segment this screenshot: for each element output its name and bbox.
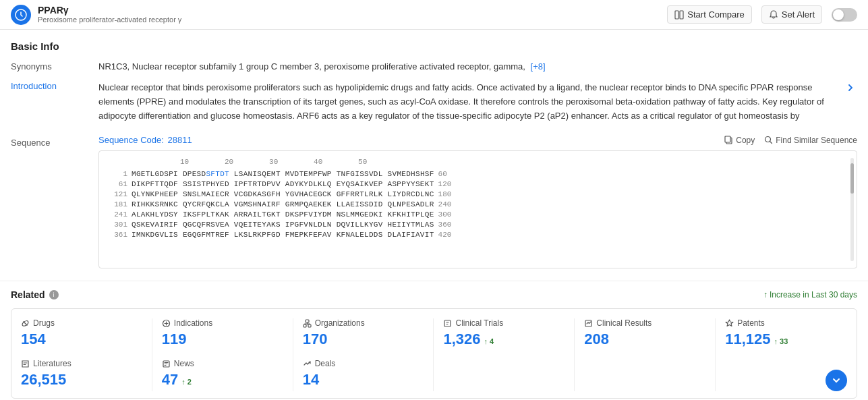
related-item-patents[interactable]: Patents 11,125 ↑ 33 (716, 318, 857, 355)
seq-line-4: 181 RIHKKSRNKC QYCRFQKCLA VGMSHNAIRF GRM… (106, 200, 843, 208)
deals-label: Deals (315, 359, 336, 368)
lit-label-row: Literatures (21, 359, 142, 368)
results-count: 208 (584, 331, 705, 348)
deals-count: 14 (303, 371, 424, 389)
svg-rect-11 (308, 324, 311, 327)
related-item-clinical-trials[interactable]: Clinical Trials 1,326 ↑ 4 (434, 318, 575, 355)
increase-label: ↑ Increase in Last 30 days (763, 290, 857, 299)
header: PPARγ Peroxisome proliferator-activated … (0, 0, 868, 30)
svg-rect-13 (585, 320, 591, 326)
trials-label: Clinical Trials (455, 318, 503, 328)
scroll-down-button[interactable] (826, 370, 847, 391)
indication-icon (162, 319, 171, 328)
seq-num: 301 (106, 221, 132, 229)
alert-icon (769, 10, 778, 20)
synonyms-label: Synonyms (11, 61, 98, 72)
lit-label: Literatures (33, 359, 71, 368)
seq-end: 60 (438, 170, 447, 178)
seq-end: 180 (438, 190, 452, 198)
seq-line-3: 121 QLYNKPHEEP SNSLMAIECR VCGDKASGFH YGV… (106, 190, 843, 198)
synonyms-more-link[interactable]: [+8] (531, 61, 546, 72)
results-label: Clinical Results (596, 318, 652, 328)
organizations-label: Organizations (315, 318, 365, 328)
section-title: Basic Info (11, 40, 857, 52)
seq-line-1: 1 MGETLGDSPI DPESDSFTDT LSANISQEMT MVDTE… (106, 170, 843, 178)
drug-icon (21, 319, 30, 328)
sequence-box: 10 20 30 40 50 1 MGETLGDSPI DPESDSFTDT L… (98, 150, 857, 268)
search-circle-icon (764, 136, 773, 144)
svg-rect-2 (680, 11, 683, 19)
intro-text: Nuclear receptor that binds peroxisome p… (98, 82, 824, 125)
drugs-label: Drugs (33, 318, 55, 328)
seq-data: RIHKKSRNKC QYCRFQKCLA VGMSHNAIRF GRMPQAE… (132, 200, 434, 208)
related-header: Related i ↑ Increase in Last 30 days (11, 289, 857, 300)
drugs-count: 154 (21, 331, 142, 348)
patents-count: 11,125 ↑ 33 (725, 331, 847, 348)
seq-num: 361 (106, 231, 132, 239)
news-badge: ↑ 2 (181, 378, 192, 386)
news-count: 47 ↑ 2 (162, 371, 283, 389)
seq-data: MGETLGDSPI DPESDSFTDT LSANISQEMT MVDTEMP… (132, 170, 434, 178)
related-empty-4 (434, 355, 575, 391)
sequence-code-link[interactable]: Sequence Code: 28811 (98, 135, 192, 145)
related-title: Related (11, 289, 45, 300)
seq-end: 420 (438, 231, 452, 239)
introduction-row: Introduction Nuclear receptor that binds… (11, 81, 857, 125)
start-compare-button[interactable]: Start Compare (667, 5, 752, 24)
indications-label: Indications (174, 318, 212, 328)
news-label: News (174, 359, 194, 368)
introduction-value: Nuclear receptor that binds peroxisome p… (98, 81, 845, 125)
related-item-literatures[interactable]: Literatures 26,515 (11, 355, 152, 391)
increase-text: Increase in Last 30 days (770, 290, 857, 299)
seq-data: QLYNKPHEEP SNSLMAIECR VCGDKASGFH YGVHACE… (132, 190, 434, 198)
results-label-row: Clinical Results (584, 318, 705, 328)
patents-badge: ↑ 33 (774, 337, 788, 345)
seq-data: QSKEVAIRIF QGCQFRSVEA VQEITEYAKS IPGFVNL… (132, 221, 434, 229)
related-item-clinical-results[interactable]: Clinical Results 208 (575, 318, 716, 355)
sequence-label: Sequence (11, 135, 98, 268)
organizations-count: 170 (303, 331, 424, 348)
related-empty-6 (716, 355, 857, 391)
svg-rect-4 (725, 136, 730, 142)
svg-rect-10 (303, 324, 306, 327)
arrow-up-icon: ↑ (763, 290, 768, 299)
related-item-drugs[interactable]: Drugs 154 (11, 318, 152, 355)
toggle-thumb (833, 9, 844, 20)
intro-more-link[interactable]: More ▸ (509, 124, 536, 125)
svg-line-7 (24, 321, 28, 325)
set-alert-button[interactable]: Set Alert (761, 5, 822, 24)
copy-button[interactable]: Copy (724, 136, 755, 145)
sequence-row: Sequence Sequence Code: 28811 Copy Find … (11, 135, 857, 268)
seq-num: 121 (106, 190, 132, 198)
org-icon (303, 319, 312, 328)
introduction-label[interactable]: Introduction (11, 81, 98, 125)
related-item-news[interactable]: News 47 ↑ 2 (152, 355, 293, 391)
find-similar-label: Find Similar Sequence (776, 136, 857, 145)
seq-line-6: 301 QSKEVAIRIF QGCQFRSVEA VQEITEYAKS IPG… (106, 221, 843, 229)
sequence-scrollbar[interactable] (850, 158, 854, 261)
related-item-organizations[interactable]: Organizations 170 (293, 318, 434, 355)
header-left: PPARγ Peroxisome proliferator-activated … (11, 5, 181, 25)
indications-count: 119 (162, 331, 283, 348)
toggle-switch[interactable] (832, 8, 857, 22)
patent-icon (725, 319, 734, 328)
app-subtitle: Peroxisome proliferator-activated recept… (38, 16, 181, 24)
svg-rect-12 (444, 320, 451, 326)
seq-end: 240 (438, 200, 452, 208)
related-item-indications[interactable]: Indications 119 (152, 318, 293, 355)
related-info-icon[interactable]: i (49, 290, 59, 299)
app-title-group: PPARγ Peroxisome proliferator-activated … (38, 5, 181, 25)
side-arrow[interactable] (845, 81, 857, 125)
news-label-row: News (162, 359, 283, 368)
header-right: Start Compare Set Alert (667, 5, 857, 24)
synonyms-text: NR1C3, Nuclear receptor subfamily 1 grou… (98, 61, 525, 72)
seq-data: DIKPFTTQDF SSISTPHYED IPFTRTDPVV ADYKYDL… (132, 180, 434, 188)
lit-icon (21, 360, 30, 368)
find-similar-button[interactable]: Find Similar Sequence (764, 136, 857, 145)
seq-code-label: Sequence Code: (98, 135, 164, 145)
related-item-deals[interactable]: Deals 14 (293, 355, 434, 391)
scrollbar-thumb (850, 163, 854, 194)
trials-badge: ↑ 4 (484, 337, 494, 345)
alert-label: Set Alert (782, 9, 815, 20)
seq-num: 61 (106, 180, 132, 188)
